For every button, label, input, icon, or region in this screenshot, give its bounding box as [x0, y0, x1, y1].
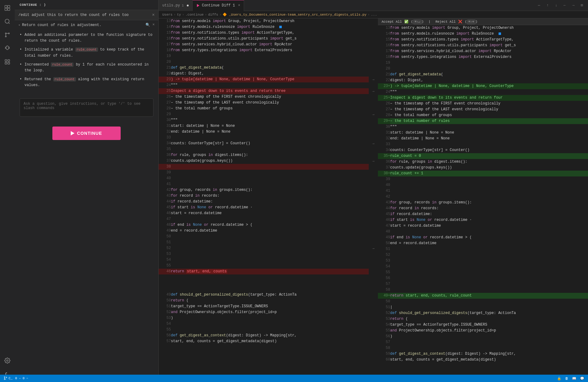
table-row: 53 [159, 251, 369, 257]
book-status-item[interactable]: 📖 [572, 376, 576, 380]
section-close-icon[interactable]: × [153, 23, 155, 27]
table-row: 56def get_digest_as_context(digest: Dige… [159, 333, 369, 339]
separator: | [428, 20, 431, 24]
table-row: 46 start = record.datetime [159, 210, 369, 216]
extensions-icon[interactable] [2, 56, 13, 67]
table-row: 15from sentry.notifications.types import… [378, 37, 588, 43]
reject-label: Reject All [435, 20, 456, 24]
tab-continue-diff-icon [196, 4, 200, 7]
svg-rect-2 [5, 8, 7, 10]
breadcrumb-file[interactable]: 🔶 _Users_ty_Documents_continue-team_sent… [223, 13, 366, 17]
svg-point-7 [8, 33, 9, 34]
diff-arrows-column: → → → → → → [369, 18, 378, 382]
table-row: 56 ) [378, 334, 588, 339]
table-row: 40 [159, 176, 369, 181]
table-row: 20 [378, 66, 588, 72]
table-row: 50 end = record.datetime [378, 240, 588, 246]
edit-bar-close-button[interactable]: × [152, 13, 155, 17]
table-row: 14from sentry.models.rulesnooze import R… [159, 24, 369, 30]
table-row: 19 [159, 53, 369, 59]
table-row: 21def get_digest_metadata( [378, 72, 588, 78]
table-row: 41 [378, 188, 588, 194]
main-editor: utils.py 1 Continue Diff 1 × ↔ ↑ ↓ ← → ⊡… [159, 0, 588, 382]
table-row: 57 start, end, counts = get_digest_metad… [159, 339, 369, 344]
table-row: 44 if record.datetime: [159, 199, 369, 205]
table-row: 52 [378, 252, 588, 258]
table-row: 48 [378, 229, 588, 235]
debug-icon[interactable] [2, 43, 13, 54]
right-code-area[interactable]: 13from sentry.models import Group, Proje… [378, 25, 588, 382]
breadcrumb-ty[interactable]: ty [177, 13, 181, 17]
move-up-btn[interactable]: ↑ [544, 2, 551, 9]
reject-shortcut: (⌘⇧⌫) [465, 20, 477, 24]
settings-icon[interactable] [2, 355, 13, 366]
table-row [159, 280, 369, 286]
breadcrumb-users[interactable]: Users [162, 13, 172, 17]
table-row: 39 [159, 170, 369, 176]
table-row: 52def should_get_personalized_digests(ta… [378, 310, 588, 316]
tab-utils-py-dot [187, 5, 189, 6]
tab-continue-diff-close[interactable]: × [238, 3, 240, 8]
table-row: 47 [159, 216, 369, 222]
left-code-area[interactable]: 13from sentry.models import Group, Proje… [159, 18, 369, 382]
breadcrumb-diffs[interactable]: diffs [208, 13, 218, 17]
table-row: 37 counts.update(groups.keys()) [159, 158, 369, 164]
edit-bar-text: /edit adjust this to return the count of… [18, 13, 150, 17]
split-editor-btn[interactable]: ↔ [535, 2, 543, 9]
svg-rect-13 [5, 62, 7, 64]
table-row: 25+ Inspect a digest down to its events … [378, 95, 588, 101]
chat-input-area[interactable]: Ask a question, give instructions, or ty… [20, 98, 153, 117]
accept-reject-bar: Accept All ✅ (⌘⇧↵) | Reject All ❌ (⌘⇧⌫) [378, 18, 588, 25]
tabs-bar: utils.py 1 Continue Diff 1 × ↔ ↑ ↓ ← → ⊡ [159, 0, 588, 11]
chat-status-item[interactable]: 💬 [580, 376, 584, 380]
table-row: 18from sentry.types.integrations import … [378, 54, 588, 60]
svg-point-8 [5, 36, 6, 37]
table-row: 55 [378, 270, 588, 275]
table-row: 41 [159, 181, 369, 187]
tab-continue-diff[interactable]: Continue Diff 1 × [193, 0, 244, 11]
move-down-btn[interactable]: ↓ [552, 2, 560, 9]
table-row: 56 [378, 275, 588, 281]
inline-code-rule-count-1: rule_count [75, 47, 98, 52]
inline-code-rule-count-2: rule_count [51, 62, 74, 67]
section-collapse-icon[interactable]: ▾ [18, 23, 20, 27]
layout-btn[interactable]: ⊡ [578, 2, 586, 9]
tab-utils-py[interactable]: utils.py 1 [159, 0, 193, 11]
svg-rect-12 [8, 60, 10, 62]
source-control-icon[interactable] [2, 29, 13, 40]
table-row: 23) -> tuple[datetime | None, datetime |… [159, 77, 369, 82]
table-row: 27 – the timestamp of the LAST event chr… [378, 107, 588, 112]
table-row: 49 if end is None or record.datetime > ( [378, 235, 588, 240]
delete-status-item[interactable]: 🗑 [565, 376, 568, 380]
svg-line-5 [9, 23, 10, 24]
table-row: 49+ return start, end, counts, rule_coun… [378, 293, 588, 299]
delete-icon: 🗑 [565, 376, 568, 380]
accept-label: Accept All [382, 20, 402, 24]
move-right-btn[interactable]: → [570, 2, 577, 9]
continue-button[interactable]: CONTINUE [52, 127, 120, 140]
move-left-btn[interactable]: ← [561, 2, 568, 9]
table-row: 45 if record.datetime: [378, 211, 588, 217]
diff-arrow-25: → [372, 88, 375, 94]
table-row: 15from sentry.notifications.types import… [159, 30, 369, 36]
table-row: 23+) -> tuple[datetime | None, datetime … [378, 83, 588, 89]
table-row: 28 – the total number of groups [378, 112, 588, 118]
section-search-icon[interactable]: 🔍 [145, 23, 150, 27]
explorer-icon[interactable] [2, 2, 13, 13]
breadcrumb-continue[interactable]: .continue [185, 13, 203, 17]
table-row: 20 [159, 59, 369, 65]
table-row: 33 [378, 142, 588, 147]
search-icon[interactable] [2, 16, 13, 27]
table-row: 55 and ProjectOwnership.objects.filter(p… [378, 328, 588, 334]
table-row: 51 [378, 246, 588, 252]
table-row: 16from sentry.notifications.utils.partic… [378, 43, 588, 48]
lock-status-item[interactable]: 🔒 [557, 376, 561, 380]
breadcrumb: Users › ty › .continue › diffs › 🔶 _User… [159, 11, 588, 18]
activity-bar: C_ [0, 0, 15, 382]
table-row: 30 """ [378, 124, 588, 130]
table-row: 21def get_digest_metadata( [159, 65, 369, 71]
change-item-2: Initialized a variable rule_count to kee… [20, 47, 153, 59]
svg-rect-3 [8, 8, 10, 10]
table-row: 52 and ProjectOwnership.objects.filter(p… [159, 309, 369, 315]
table-row: 26 – the timestamp of the FIRST event ch… [378, 101, 588, 107]
